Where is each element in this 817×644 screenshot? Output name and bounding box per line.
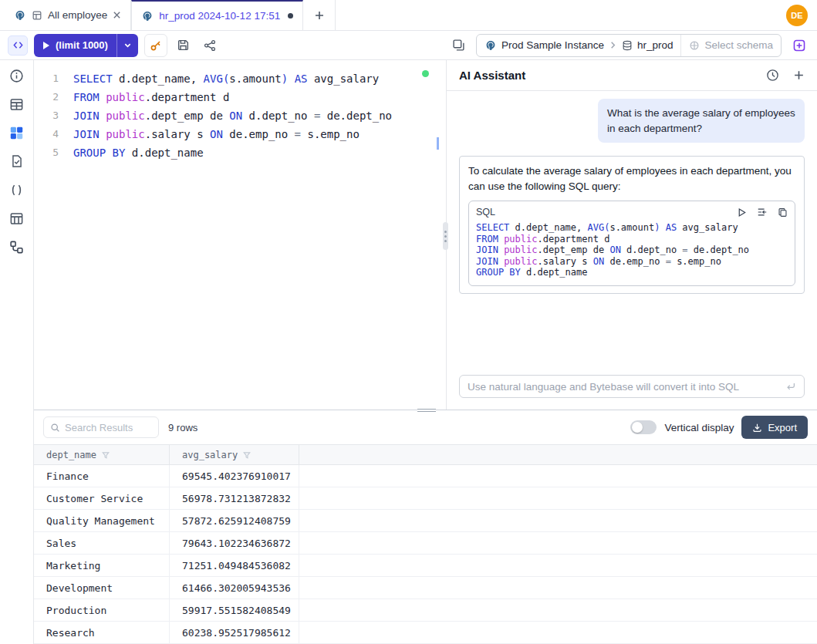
search-results-input[interactable]	[65, 422, 152, 433]
cell-filler	[299, 599, 817, 621]
flow-icon	[9, 240, 24, 255]
download-icon	[752, 423, 762, 433]
overview-ruler-mark	[437, 137, 439, 150]
sort-icon	[102, 451, 110, 459]
tab-hr-prod[interactable]: hr_prod 2024-10-12 17:51	[131, 0, 303, 30]
play-icon	[42, 41, 50, 50]
cell-dept-name: Development	[34, 577, 170, 598]
tab-bar: All employee hr_prod 2024-10-12 17:51 DE	[0, 0, 817, 31]
search-icon	[50, 423, 60, 433]
cell-avg-salary: 57872.625912408759	[170, 510, 299, 531]
result-row[interactable]: Marketing71251.049484536082	[34, 555, 817, 577]
sql-code-line[interactable]: 1SELECT d.dept_name, AVG(s.amount) AS av…	[34, 69, 446, 88]
sidebar-item-info[interactable]	[7, 66, 27, 85]
column-header-filler	[299, 445, 817, 464]
sql-code-line[interactable]: 2FROM public.department d	[34, 88, 446, 106]
sql-code-line[interactable]: 5GROUP BY d.dept_name	[34, 143, 446, 162]
vertical-display-label: Vertical display	[664, 422, 734, 433]
cell-dept-name: Sales	[34, 532, 170, 554]
panel-layout-button[interactable]	[448, 35, 468, 56]
ai-input-area	[447, 375, 817, 410]
admin-mode-button[interactable]	[144, 34, 167, 57]
tab-all-employee[interactable]: All employee	[5, 0, 131, 30]
cell-avg-salary: 79643.102234636872	[170, 532, 299, 554]
share-button[interactable]	[200, 35, 220, 56]
new-chat-button[interactable]	[793, 69, 805, 81]
result-row[interactable]: Customer Service56978.731213872832	[34, 487, 817, 510]
sql-code-block: SELECT d.dept_name, AVG(s.amount) AS avg…	[469, 221, 795, 285]
avatar[interactable]: DE	[786, 5, 808, 26]
sidebar-item-connections[interactable]	[7, 238, 27, 256]
sidebar-item-data[interactable]	[7, 209, 27, 228]
new-tab-button[interactable]	[303, 0, 336, 30]
results-table-body: Finance69545.402376910017Customer Servic…	[34, 465, 817, 644]
save-sheet-button[interactable]	[174, 35, 194, 56]
sql-code-line: FROM public.department d	[476, 234, 788, 245]
cell-avg-salary: 61466.302005943536	[170, 577, 299, 598]
sql-code-line[interactable]: 4JOIN public.salary s ON de.emp_no = s.e…	[34, 125, 446, 143]
cell-dept-name: Quality Management	[34, 510, 170, 531]
chevron-right-icon	[609, 41, 617, 49]
close-icon[interactable]	[113, 11, 121, 19]
main-area: 1SELECT d.dept_name, AVG(s.amount) AS av…	[34, 60, 817, 644]
copy-icon	[778, 207, 788, 217]
sheet-panel-toggle-button[interactable]	[8, 35, 28, 56]
sql-code-line: JOIN public.salary s ON de.emp_no = s.em…	[476, 256, 788, 268]
schema-placeholder: Select schema	[704, 39, 773, 51]
result-row[interactable]: Research60238.952517985612	[34, 622, 817, 644]
sidebar-item-tables[interactable]	[7, 95, 27, 113]
ai-prompt-input[interactable]	[468, 381, 779, 393]
sidebar-item-schema-diagram[interactable]	[7, 123, 27, 142]
cell-filler	[299, 577, 817, 598]
cell-dept-name: Marketing	[34, 555, 170, 576]
save-icon	[177, 39, 190, 52]
result-row[interactable]: Finance69545.402376910017	[34, 465, 817, 487]
column-header-avg-salary[interactable]: avg_salary	[170, 445, 299, 464]
unsaved-indicator-dot	[288, 13, 293, 19]
schema-selector[interactable]: Select schema	[680, 35, 781, 56]
vertical-display-toggle[interactable]	[630, 420, 657, 434]
parentheses-icon	[10, 184, 23, 197]
database-icon	[622, 40, 633, 51]
connection-selector[interactable]: Prod Sample Instance hr_prod Select sche…	[476, 34, 782, 57]
result-row[interactable]: Quality Management57872.625912408759	[34, 510, 817, 532]
results-table-header: dept_name avg_salary	[34, 444, 817, 465]
history-button[interactable]	[766, 69, 779, 82]
share-icon	[204, 39, 216, 52]
cell-dept-name: Research	[34, 622, 170, 643]
insert-sql-button[interactable]	[757, 207, 768, 217]
cell-filler	[299, 622, 817, 643]
copy-sql-button[interactable]	[778, 207, 788, 217]
result-row[interactable]: Development61466.302005943536	[34, 577, 817, 599]
sql-code-line[interactable]: 3JOIN public.dept_emp de ON d.dept_no = …	[34, 106, 446, 125]
column-label: dept_name	[46, 450, 96, 460]
sidebar-item-variables[interactable]	[7, 180, 27, 199]
column-header-dept-name[interactable]: dept_name	[34, 445, 170, 464]
sidebar-item-sheets[interactable]	[7, 152, 27, 170]
sql-code-line: JOIN public.dept_emp de ON d.dept_no = d…	[476, 244, 788, 256]
postgres-icon	[484, 39, 497, 52]
panel-resize-handle-vertical[interactable]	[443, 222, 448, 250]
table-grid-icon	[9, 211, 24, 226]
enter-icon	[785, 381, 796, 392]
cell-filler	[299, 510, 817, 531]
cell-dept-name: Production	[34, 599, 170, 621]
run-query-button[interactable]: (limit 1000)	[34, 34, 138, 57]
cell-filler	[299, 487, 817, 509]
tab-label: All employee	[48, 9, 107, 21]
toggle-knob	[632, 422, 643, 433]
panel-resize-handle-horizontal[interactable]	[417, 407, 436, 413]
sql-editor-app: All employee hr_prod 2024-10-12 17:51 DE…	[0, 0, 817, 644]
run-options-caret[interactable]	[116, 34, 138, 57]
ai-plugin-button[interactable]	[789, 35, 809, 56]
export-button[interactable]: Export	[741, 416, 808, 439]
result-row[interactable]: Production59917.551582408549	[34, 599, 817, 622]
ai-assistant-title: AI Assistant	[459, 69, 525, 82]
cell-avg-salary: 69545.402376910017	[170, 465, 299, 487]
run-sql-button[interactable]	[737, 207, 747, 217]
result-row[interactable]: Sales79643.102234636872	[34, 532, 817, 555]
sql-editor[interactable]: 1SELECT d.dept_name, AVG(s.amount) AS av…	[34, 60, 446, 410]
cell-dept-name: Finance	[34, 465, 170, 487]
cell-filler	[299, 532, 817, 554]
sort-icon	[243, 451, 251, 459]
